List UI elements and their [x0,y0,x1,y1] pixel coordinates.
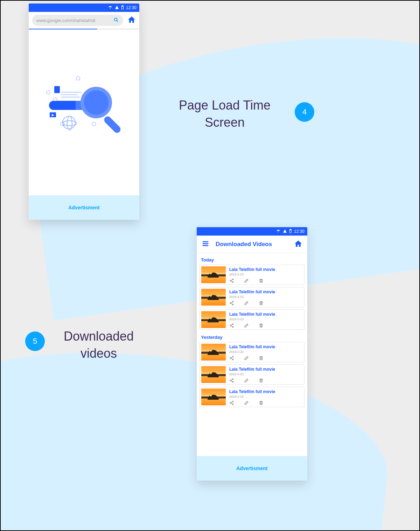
delete-icon[interactable] [259,323,264,328]
svg-line-18 [231,324,233,326]
phone-page-load: 12:30 www.google.com/shahidafridi [29,4,139,220]
video-actions [229,301,303,306]
video-row[interactable]: Lala Telefilm full movie2019-2-23 [200,387,304,407]
share-icon[interactable] [229,356,234,361]
section-title: Page Load Time Screen [169,97,281,131]
ad-banner[interactable]: Advertisment [197,456,307,481]
url-text: www.google.com/shahidafridi [36,18,113,23]
edit-icon[interactable] [244,323,249,328]
status-time: 12:30 [294,229,304,234]
svg-line-29 [231,381,233,382]
home-icon[interactable] [294,239,302,249]
video-row[interactable]: Lala Telefilm full movie2019-2-23 [200,342,304,362]
svg-line-23 [231,357,233,358]
video-date: 2019-2-23 [229,395,303,398]
delete-icon[interactable] [259,378,264,383]
showcase-canvas: 12:30 www.google.com/shahidafridi [0,0,420,531]
edit-icon[interactable] [244,378,249,383]
status-bar: 12:30 [197,227,307,236]
section-title: Downloaded videos [50,328,148,362]
phone-downloaded-videos: 12:30 Downloaded Videos TodayLala Telefi… [197,227,307,481]
section-header: Today [200,254,304,265]
video-row[interactable]: Lala Telefilm full movie2019-2-23 [200,364,304,385]
screen-title: Downloaded Videos [216,241,288,248]
svg-line-8 [231,280,233,281]
home-icon[interactable] [127,15,136,25]
svg-line-28 [231,379,233,380]
svg-line-1 [117,20,118,22]
svg-line-9 [231,281,233,282]
share-icon[interactable] [229,323,234,328]
share-icon[interactable] [229,301,234,306]
edit-icon[interactable] [244,400,249,405]
video-title: Lala Telefilm full movie [229,312,303,317]
wifi-icon [276,229,281,234]
video-title: Lala Telefilm full movie [229,267,303,272]
svg-line-13 [231,302,233,303]
video-row[interactable]: Lala Telefilm full movie2019-2-23 [200,309,304,330]
video-actions [229,356,303,361]
video-thumbnail[interactable] [201,389,226,405]
loading-body [29,29,139,195]
video-date: 2019-2-23 [229,273,303,276]
video-date: 2019-2-23 [229,350,303,354]
video-actions [229,323,303,328]
delete-icon[interactable] [259,356,264,361]
svg-line-24 [231,358,233,359]
video-actions [229,400,303,405]
video-title: Lala Telefilm full movie [229,289,303,294]
video-thumbnail[interactable] [201,289,226,306]
video-date: 2019-2-23 [229,317,303,321]
video-date: 2019-2-23 [229,295,303,299]
delete-icon[interactable] [259,301,264,306]
battery-icon [289,229,292,235]
video-title: Lala Telefilm full movie [229,389,303,394]
video-thumbnail[interactable] [201,366,226,383]
svg-line-19 [231,326,233,327]
screen-toolbar: Downloaded Videos [197,236,307,253]
section-header: Yesterday [200,332,304,342]
video-row[interactable]: Lala Telefilm full movie2019-2-23 [200,287,304,307]
page-load-progress [29,29,139,29]
battery-icon [121,5,124,11]
edit-icon[interactable] [244,356,249,361]
browser-toolbar: www.google.com/shahidafridi [29,12,139,29]
share-icon[interactable] [229,278,234,283]
video-actions [229,378,303,383]
ad-label: Advertisment [236,466,267,471]
section-badge: 4 [295,102,314,122]
section-badge: 5 [25,331,45,351]
signal-icon [283,229,287,234]
video-title: Lala Telefilm full movie [229,344,303,349]
edit-icon[interactable] [244,278,249,283]
delete-icon[interactable] [259,278,264,283]
search-icon[interactable] [113,17,119,24]
share-icon[interactable] [229,400,234,405]
delete-icon[interactable] [259,400,264,405]
svg-line-33 [231,402,233,403]
url-input[interactable]: www.google.com/shahidafridi [32,15,123,26]
status-bar: 12:30 [29,4,139,12]
svg-line-14 [231,303,233,305]
ad-label: Advertisment [68,205,99,210]
edit-icon[interactable] [244,301,249,306]
menu-icon[interactable] [202,240,209,249]
video-date: 2019-2-23 [229,372,303,376]
signal-icon [115,5,119,11]
video-thumbnail[interactable] [201,344,226,361]
video-thumbnail[interactable] [201,311,226,328]
video-list[interactable]: TodayLala Telefilm full movie2019-2-23La… [197,253,307,456]
video-row[interactable]: Lala Telefilm full movie2019-2-23 [200,265,304,285]
search-illustration [46,72,122,142]
ad-banner[interactable]: Advertisment [29,195,139,220]
share-icon[interactable] [229,378,234,383]
svg-line-34 [231,403,233,404]
wifi-icon [108,5,113,11]
video-actions [229,278,303,283]
status-time: 12:30 [126,5,136,10]
video-title: Lala Telefilm full movie [229,367,303,372]
video-thumbnail[interactable] [201,266,226,283]
svg-point-0 [114,18,117,21]
